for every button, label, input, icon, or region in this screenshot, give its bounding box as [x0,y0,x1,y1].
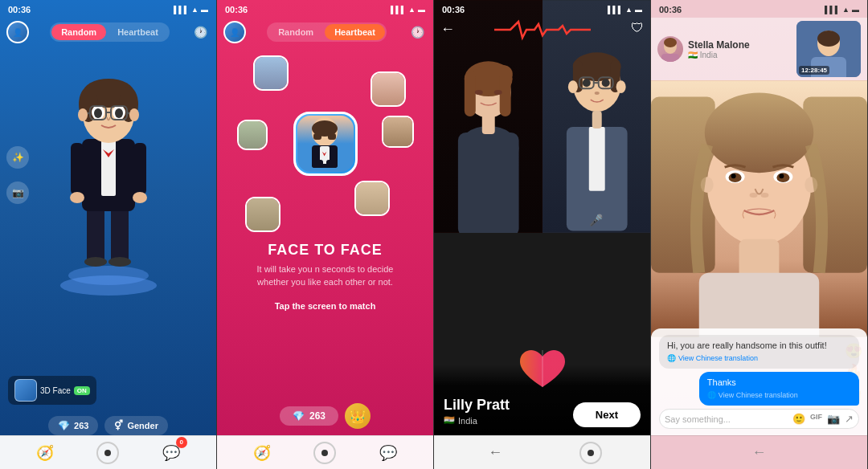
tab-buttons-1: Random Heartbeat [50,22,170,42]
gif-input-icon[interactable]: GIF [810,413,822,425]
svg-rect-61 [588,127,604,191]
user-avatar-2[interactable]: 👤 [223,21,246,43]
camera-icon-btn[interactable]: 📷 [6,181,29,204]
svg-rect-62 [592,111,601,128]
svg-point-11 [133,192,147,203]
svg-rect-42 [500,72,511,116]
status-icons-1: ▌▌▌ ▲ ▬ [174,6,208,14]
nav-dot-1[interactable] [96,442,119,464]
gender-label-1: Gender [127,421,158,430]
next-button-3[interactable]: Next [573,402,641,427]
chat-icon-1: 🌐 [667,353,676,364]
p2-gems-pill[interactable]: 💎 263 [280,406,338,426]
tap-screen-text: Tap the screen to match [275,301,376,311]
status-bar-1: 00:36 ▌▌▌ ▲ ▬ [0,0,216,18]
panel-3: 00:36 ▌▌▌ ▲ ▬ ← 🛡 [434,0,651,469]
user-avatar-1[interactable]: 👤 [6,21,29,43]
p4-country: India [700,51,718,59]
history-icon-1[interactable]: 🕐 [190,22,210,42]
svg-rect-36 [326,160,338,168]
gems-count-1: 263 [74,421,88,430]
status-icons-2: ▌▌▌ ▲ ▬ [391,6,425,14]
nav-back-4[interactable]: ← [747,440,772,466]
svg-point-84 [750,193,758,198]
tab-random-1[interactable]: Random [51,24,106,40]
orbit-photo-1 [253,55,289,91]
history-icon-2[interactable]: 🕐 [407,22,427,42]
nav-discover-1[interactable]: 🧭 [32,440,58,466]
nav-messages-1[interactable]: 💬 0 [158,440,184,466]
bottom-nav-2: 🧭 💬 [217,435,433,469]
p4-flag: 🇮🇳 [688,51,698,59]
chat-message-2: Thanks 🌐 View Chinese translation [699,372,859,406]
svg-point-26 [78,108,88,121]
svg-rect-44 [458,133,519,233]
svg-rect-87 [699,273,819,337]
battery-icon-3: ▬ [635,6,642,14]
chat-text-1: Hi, you are really handsome in this outf… [667,341,827,350]
mic-icon-3[interactable]: 🎤 [589,214,603,226]
nav-dot-2[interactable] [313,442,336,464]
nav-badge-count-1: 0 [176,437,187,448]
nav-discover-2[interactable]: 🧭 [249,440,275,466]
tap-text-prefix: Tap the [275,301,305,311]
orbit-photo-5 [245,197,280,232]
center-avatar [293,112,358,176]
p4-user-sub: 🇮🇳 India [688,51,792,59]
p2-bottom-area: 💎 263 👑 [217,403,433,429]
gender-pill-1[interactable]: ⚥ Gender [104,416,168,435]
status-bar-4: 00:36 ▌▌▌ ▲ ▬ [651,0,867,18]
svg-point-4 [108,257,131,267]
back-button-3[interactable]: ← [440,21,455,38]
nav-back-3[interactable]: ← [482,440,508,466]
svg-rect-45 [482,114,495,134]
shield-button-3[interactable]: 🛡 [631,21,644,35]
nav-dot-3[interactable] [579,442,602,464]
tab-buttons-2: Random Heartbeat [267,22,387,42]
signal-icon: ▌▌▌ [174,6,189,14]
wifi-icon-2: ▲ [408,6,416,14]
mini-char [297,116,352,170]
face-badge: 3D Face ON [8,376,96,405]
wand-icon-btn[interactable]: ✨ [6,146,29,169]
time-3: 00:36 [442,5,465,14]
center-char-svg [297,116,354,172]
heart-logo-3 [518,349,567,393]
p4-input-placeholder[interactable]: Say something... [665,414,788,424]
tab-heartbeat-2[interactable]: Heartbeat [325,24,385,40]
gems-pill-1[interactable]: 💎 263 [48,416,98,435]
signal-icon-2: ▌▌▌ [391,6,406,14]
nav-messages-2[interactable]: 💬 [375,440,401,466]
tab-random-2[interactable]: Random [268,24,323,40]
svg-point-82 [731,173,736,178]
p4-user-name: Stella Malone [688,39,792,51]
top-nav-2: 👤 Random Heartbeat 🕐 [217,18,433,47]
svg-point-57 [582,79,590,87]
svg-point-20 [115,108,123,118]
tab-heartbeat-1[interactable]: Heartbeat [108,24,168,40]
chat-translate-1[interactable]: 🌐 View Chinese translation [667,353,851,364]
signal-icon-4: ▌▌▌ [825,6,840,14]
svg-rect-35 [312,160,323,168]
camera-input-icon[interactable]: 📷 [827,413,840,425]
p3-country: India [458,416,477,426]
p4-user-avatar [657,36,683,62]
p4-main-photo [651,80,867,337]
crown-badge-2[interactable]: 👑 [345,403,371,429]
svg-rect-41 [465,72,476,116]
p4-video-thumb[interactable]: 12:28:45 [796,21,861,77]
svg-point-19 [94,108,102,118]
p2-gems-count: 263 [309,410,326,422]
send-input-icon[interactable]: ↗ [845,413,854,425]
emoji-input-icon[interactable]: 🙂 [792,413,805,425]
orbit-photo-2 [371,71,406,107]
status-bar-3: 00:36 ▌▌▌ ▲ ▬ [434,0,650,18]
svg-rect-67 [661,54,679,62]
avatar-3d-area: ✨ 📷 [0,47,216,304]
nav-dot-inner-3 [588,450,594,456]
orbit-photo-3 [382,116,414,148]
character-svg [56,63,161,288]
chat-translate-2[interactable]: 🌐 View Chinese translation [707,390,851,401]
wifi-icon-4: ▲ [842,6,850,14]
p4-name-text: Stella Malone [688,39,750,51]
